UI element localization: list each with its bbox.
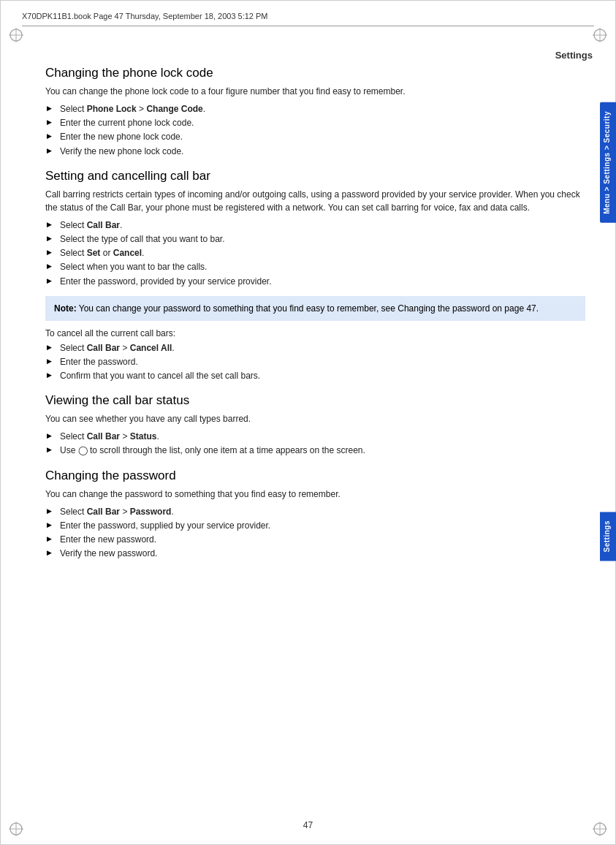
heading-phone-lock: Changing the phone lock code [45, 66, 585, 80]
list-item: Enter the new password. [45, 533, 585, 547]
list-item: Select when you want to bar the calls. [45, 260, 585, 274]
list-item: Enter the new phone lock code. [45, 130, 585, 144]
heading-call-bar: Setting and cancelling call bar [45, 169, 585, 183]
bullets-cancel: Select Call Bar > Cancel All. Enter the … [45, 341, 585, 384]
list-item: Select Call Bar > Cancel All. [45, 341, 585, 355]
bold-text: Call Bar [87, 343, 120, 353]
bold-text: Cancel [113, 248, 142, 258]
bold-text: Change Code [146, 104, 202, 114]
bullets-phone-lock: Select Phone Lock > Change Code. Enter t… [45, 102, 585, 159]
body-call-bar: Call barring restricts certain types of … [45, 188, 585, 214]
cancel-intro: To cancel all the current call bars: [45, 328, 585, 338]
bold-text: Cancel All [130, 343, 172, 353]
bold-text: Call Bar [87, 431, 120, 442]
corner-mark-bl [7, 820, 25, 838]
heading-call-bar-status: Viewing the call bar status [45, 393, 585, 408]
list-item: Select Call Bar > Password. [45, 505, 585, 519]
bold-text: Phone Lock [87, 104, 137, 114]
list-item: Select the type of call that you want to… [45, 232, 585, 246]
bullets-call-bar: Select Call Bar. Select the type of call… [45, 219, 585, 289]
right-tab-menu-security: Menu > Settings > Security [600, 102, 616, 223]
body-call-bar-status: You can see whether you have any call ty… [45, 412, 585, 425]
settings-page-heading: Settings [555, 50, 593, 61]
right-tab-settings: Settings [600, 512, 616, 561]
page-number: 47 [303, 820, 313, 830]
note-label: Note: [54, 303, 77, 314]
list-item: Enter the current phone lock code. [45, 116, 585, 130]
corner-mark-tl [7, 26, 25, 44]
bullets-call-bar-status: Select Call Bar > Status. Use ◯ to scrol… [45, 430, 585, 458]
list-item: Use ◯ to scroll through the list, only o… [45, 444, 585, 458]
list-item: Enter the password, supplied by your ser… [45, 519, 585, 533]
header-bar: X70DPK11B1.book Page 47 Thursday, Septem… [22, 6, 594, 26]
corner-mark-br [591, 820, 609, 838]
heading-change-password: Changing the password [45, 469, 585, 483]
list-item: Enter the password, provided by your ser… [45, 275, 585, 289]
note-box: Note: You can change your password to so… [45, 296, 585, 321]
bold-text: Status [130, 431, 157, 442]
book-info: X70DPK11B1.book Page 47 Thursday, Septem… [22, 12, 268, 20]
list-item: Verify the new password. [45, 547, 585, 561]
list-item: Select Call Bar. [45, 219, 585, 232]
bold-text: Call Bar [87, 220, 120, 230]
bold-text: Set [87, 248, 101, 258]
list-item: Enter the password. [45, 355, 585, 369]
list-item: Confirm that you want to cancel all the … [45, 369, 585, 383]
body-phone-lock: You can change the phone lock code to a … [45, 85, 585, 98]
list-item: Select Phone Lock > Change Code. [45, 102, 585, 116]
corner-mark-tr [591, 26, 609, 44]
list-item: Select Set or Cancel. [45, 246, 585, 260]
list-item: Verify the new phone lock code. [45, 145, 585, 159]
bullets-change-password: Select Call Bar > Password. Enter the pa… [45, 505, 585, 561]
bold-text: Call Bar [87, 507, 120, 517]
list-item: Select Call Bar > Status. [45, 430, 585, 444]
body-change-password: You can change the password to something… [45, 488, 585, 501]
bold-text: Password [130, 507, 172, 517]
main-content: Changing the phone lock code You can cha… [45, 66, 585, 816]
